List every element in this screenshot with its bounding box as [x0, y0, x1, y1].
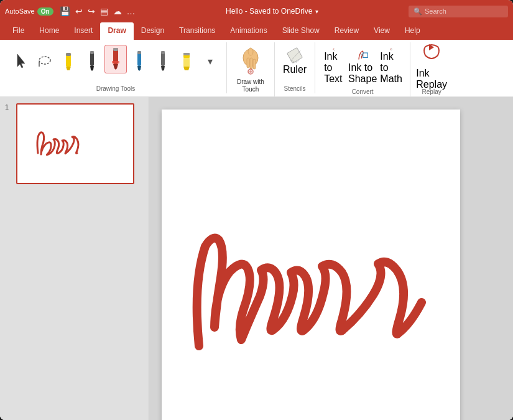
lasso-tool-btn[interactable] [34, 50, 56, 73]
svg-rect-11 [113, 48, 118, 51]
pen-blue-btn[interactable] [128, 49, 150, 73]
tab-insert[interactable]: Insert [67, 22, 100, 40]
ribbon-content: ▾ Drawing Tools [0, 40, 513, 96]
stencils-label: Stencils [284, 85, 306, 92]
draw-with-touch-btn[interactable]: Draw withTouch [232, 45, 269, 95]
svg-rect-15 [137, 51, 141, 54]
document-title: Hello - Saved to OneDrive [226, 7, 312, 16]
lasso-icon [37, 52, 52, 72]
svg-rect-24 [247, 58, 249, 68]
svg-text:A: A [334, 49, 335, 50]
slide-thumb-content [22, 110, 128, 178]
presentation-icon[interactable]: ▤ [100, 6, 108, 16]
ribbon: File Home Insert Draw Design Transitions… [0, 22, 513, 97]
ink-to-shape-icon [354, 47, 371, 62]
pen-black-btn[interactable] [81, 49, 103, 73]
yellow-marker-btn[interactable] [57, 50, 80, 73]
ink-to-math-label: Ink toMath [380, 51, 402, 85]
title-bar: AutoSave On 💾 ↩ ↪ ▤ ☁ … Hello - Saved to… [0, 0, 513, 22]
tab-transitions[interactable]: Transitions [172, 22, 223, 40]
svg-text:∑: ∑ [391, 49, 392, 50]
svg-rect-12 [112, 61, 119, 63]
svg-rect-30 [287, 48, 303, 63]
svg-rect-22 [183, 53, 190, 55]
chevron-down-icon: ▾ [208, 52, 213, 72]
svg-marker-21 [183, 67, 190, 70]
ink-to-shape-btn[interactable]: Ink toShape [349, 45, 376, 87]
redo-icon[interactable]: ↪ [88, 6, 95, 16]
touch-icon [239, 47, 262, 78]
drawing-tools-group: ▾ Drawing Tools [5, 42, 227, 93]
svg-rect-18 [161, 51, 165, 54]
search-bar[interactable]: 🔍 Search [409, 6, 508, 17]
convert-items: A Ink toText Ink toShape [320, 45, 405, 87]
convert-label: Convert [352, 88, 374, 95]
main-content: 1 [0, 97, 513, 420]
more-icon[interactable]: … [127, 6, 136, 16]
slide-canvas[interactable] [162, 110, 460, 420]
title-center: Hello - Saved to OneDrive ▾ [139, 7, 405, 16]
title-bar-icons: 💾 ↩ ↪ ▤ ☁ … [60, 6, 136, 16]
svg-marker-14 [137, 66, 141, 71]
save-icon[interactable]: 💾 [60, 6, 70, 16]
svg-marker-0 [17, 54, 25, 68]
svg-rect-8 [90, 51, 94, 54]
ink-replay-label: InkReplay [416, 68, 447, 90]
ink-to-math-btn[interactable]: ∑ Ink toMath [377, 45, 405, 87]
svg-point-29 [249, 70, 252, 73]
pen-red-btn[interactable] [104, 45, 127, 73]
ink-to-text-label: Ink toText [324, 51, 344, 85]
svg-marker-7 [90, 66, 94, 71]
autosave-toggle[interactable]: On [37, 7, 53, 16]
draw-with-touch-label: Draw withTouch [237, 78, 264, 93]
svg-point-27 [248, 48, 253, 55]
ruler-icon [286, 47, 303, 64]
svg-marker-17 [161, 66, 165, 71]
tab-design[interactable]: Design [134, 22, 172, 40]
app-window: AutoSave On 💾 ↩ ↪ ▤ ☁ … Hello - Saved to… [0, 0, 513, 420]
svg-rect-20 [183, 58, 190, 67]
undo-icon[interactable]: ↩ [75, 6, 83, 16]
svg-rect-26 [253, 59, 256, 69]
slide-drawing [162, 110, 460, 420]
slide-thumbnail[interactable] [16, 103, 134, 184]
drawing-tools-items: ▾ [10, 45, 221, 73]
draw-with-touch-group: Draw withTouch [227, 42, 275, 96]
canvas-area [149, 97, 513, 420]
tab-draw[interactable]: Draw [100, 22, 133, 40]
svg-rect-25 [250, 58, 252, 69]
svg-marker-4 [66, 67, 71, 70]
highlighter-btn[interactable] [175, 50, 198, 73]
tab-animations[interactable]: Animations [223, 22, 274, 40]
svg-point-1 [39, 57, 50, 64]
replay-icon [422, 42, 441, 67]
more-tools-btn[interactable]: ▾ [199, 50, 221, 73]
slide-number: 1 [5, 103, 9, 111]
tab-slideshow[interactable]: Slide Show [275, 22, 327, 40]
tab-home[interactable]: Home [32, 22, 67, 40]
pen-dark-btn[interactable] [152, 49, 174, 73]
convert-group: A Ink toText Ink toShape [315, 42, 410, 96]
svg-marker-10 [113, 64, 118, 70]
drawing-tools-label: Drawing Tools [96, 85, 136, 92]
select-tool-btn[interactable] [10, 50, 32, 73]
ink-to-text-btn[interactable]: A Ink toText [320, 45, 348, 87]
search-icon: 🔍 [414, 7, 422, 16]
autosave-label: AutoSave [5, 7, 35, 15]
search-placeholder: Search [425, 7, 446, 15]
tab-help[interactable]: Help [397, 22, 428, 40]
ink-replay-btn[interactable]: InkReplay [415, 45, 448, 87]
ruler-label: Ruler [283, 64, 307, 75]
replay-group: InkReplay Replay [410, 42, 453, 96]
svg-rect-39 [363, 53, 368, 58]
tab-file[interactable]: File [5, 22, 32, 40]
stencils-group: Ruler Stencils [275, 42, 315, 93]
slide-thumb-container: 1 [5, 103, 144, 184]
cloud-icon[interactable]: ☁ [113, 6, 122, 16]
autosave-group: AutoSave On [5, 7, 53, 16]
ruler-btn[interactable]: Ruler [280, 45, 310, 77]
tab-view[interactable]: View [366, 22, 397, 40]
tab-review[interactable]: Review [327, 22, 366, 40]
title-dropdown-btn[interactable]: ▾ [315, 8, 318, 15]
slide-panel: 1 [0, 97, 149, 420]
